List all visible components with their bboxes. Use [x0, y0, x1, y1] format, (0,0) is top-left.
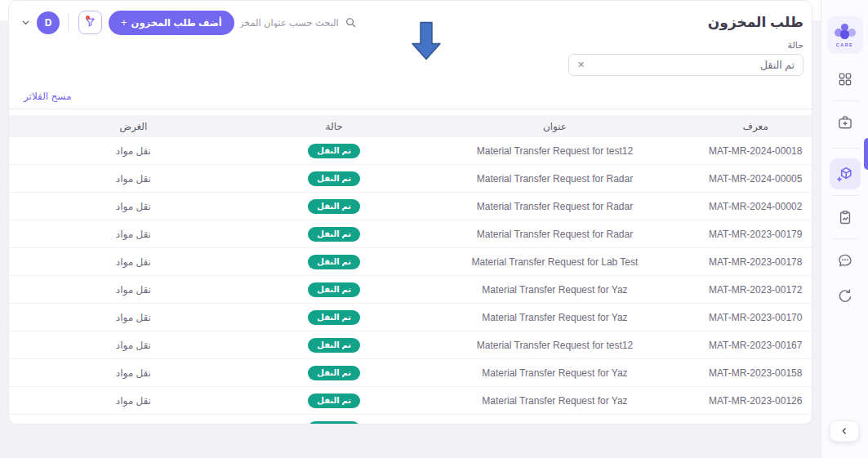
row-purpose-cell: نقل مواد	[9, 367, 258, 379]
table-row[interactable]: MAT-MR-2024-00005Material Transfer Reque…	[9, 165, 812, 193]
sidebar-separator	[832, 148, 858, 149]
chat-icon	[837, 252, 853, 269]
column-header-status: حالة	[258, 121, 411, 132]
status-badge: تم النقل	[308, 310, 360, 325]
table-row[interactable]: MAT-MR-2023-00170Material Transfer Reque…	[9, 304, 812, 331]
column-header-title: عنوان	[411, 121, 700, 132]
app-logo[interactable]: CARE	[827, 16, 863, 54]
row-title-cell: Material Transfer Request for test12	[411, 423, 700, 425]
row-title-cell: Material Transfer Request for test12	[411, 145, 700, 157]
add-inventory-request-button[interactable]: أضف طلب المخزون +	[109, 11, 234, 35]
row-status-cell: تم النقل	[258, 199, 411, 214]
row-status-cell: تم النقل	[258, 366, 411, 380]
status-badge: تم النقل	[308, 421, 360, 425]
table-row[interactable]: MAT-MR-2023-00178Material Transfer Reque…	[9, 248, 812, 276]
row-id-cell: MAT-MR-2023-00178	[699, 256, 812, 268]
user-avatar[interactable]: D	[37, 11, 60, 34]
status-badge: تم النقل	[308, 282, 360, 297]
row-id-cell: MAT-MR-2024-00018	[699, 145, 812, 157]
row-purpose-cell: نقل مواد	[9, 423, 258, 425]
row-title-cell: Material Transfer Request for Lab Test	[411, 256, 700, 268]
row-status-cell: تم النقل	[258, 282, 411, 297]
table-row[interactable]: MAT-MR-2023-00172Material Transfer Reque…	[9, 276, 812, 304]
row-purpose-cell: نقل مواد	[9, 340, 258, 351]
status-badge: تم النقل	[308, 366, 360, 380]
row-id-cell: MAT-MR-2023-00122	[699, 423, 812, 425]
active-item-indicator	[864, 138, 868, 170]
table-row[interactable]: MAT-MR-2023-00122Material Transfer Reque…	[9, 415, 812, 425]
search-icon	[345, 16, 357, 29]
row-id-cell: MAT-MR-2023-00179	[699, 229, 812, 240]
row-title-cell: Material Transfer Request for Yaz	[411, 395, 700, 407]
row-purpose-cell: نقل مواد	[9, 312, 258, 323]
card-header: طلب المخزون أضف طلب المخزون + D	[9, 1, 812, 37]
sidebar-separator	[832, 195, 858, 196]
package-plus-icon	[836, 166, 853, 183]
row-status-cell: تم النقل	[258, 227, 411, 242]
row-purpose-cell: نقل مواد	[9, 395, 258, 407]
row-purpose-cell: نقل مواد	[9, 145, 258, 157]
clear-filters-row: مسح الفلاتر	[9, 76, 812, 103]
row-id-cell: MAT-MR-2023-00172	[699, 284, 812, 296]
logo-text: CARE	[836, 42, 854, 47]
section-divider	[9, 109, 812, 109]
column-header-id: معرف	[699, 121, 812, 132]
sidebar-item-medical-case[interactable]	[830, 107, 861, 138]
row-purpose-cell: نقل مواد	[9, 256, 258, 268]
chevron-left-icon	[839, 426, 849, 436]
row-purpose-cell: نقل مواد	[9, 229, 258, 240]
row-title-cell: Material Transfer Request for Radar	[411, 173, 700, 185]
logo-flower-icon	[835, 24, 855, 40]
row-status-cell: تم النقل	[258, 421, 411, 425]
table-row[interactable]: MAT-MR-2024-00018Material Transfer Reque…	[9, 137, 812, 165]
add-button-label: أضف طلب المخزون	[131, 17, 222, 29]
sidebar-collapse-button[interactable]	[830, 420, 859, 442]
table-row[interactable]: MAT-MR-2023-00167Material Transfer Reque…	[9, 331, 812, 359]
filter-button[interactable]	[78, 11, 102, 34]
clipboard-report-icon	[837, 209, 853, 225]
sidebar-separator	[832, 100, 858, 101]
sidebar-item-sync[interactable]	[830, 281, 861, 312]
search-input[interactable]	[239, 18, 339, 28]
status-badge: تم النقل	[308, 171, 360, 186]
table-row[interactable]: MAT-MR-2024-00002Material Transfer Reque…	[9, 193, 812, 220]
status-badge: تم النقل	[308, 199, 360, 214]
sidebar-item-dashboard[interactable]	[830, 64, 861, 95]
clear-selection-icon[interactable]: ✕	[577, 60, 585, 69]
row-status-cell: تم النقل	[258, 394, 411, 408]
status-filter-select[interactable]: تم النقل ✕	[568, 54, 803, 76]
row-title-cell: Material Transfer Request for Yaz	[411, 312, 700, 323]
grid-dashboard-icon	[837, 71, 853, 87]
status-badge: تم النقل	[308, 144, 360, 158]
table-row[interactable]: MAT-MR-2023-00179Material Transfer Reque…	[9, 220, 812, 248]
row-purpose-cell: نقل مواد	[9, 284, 258, 296]
sidebar-item-chat[interactable]	[830, 245, 861, 276]
row-status-cell: تم النقل	[258, 144, 411, 158]
sidebar-separator	[832, 238, 858, 239]
filter-section: حالة تم النقل ✕	[9, 37, 812, 76]
row-title-cell: Material Transfer Request for Yaz	[411, 367, 700, 379]
row-id-cell: MAT-MR-2023-00167	[699, 340, 812, 351]
status-badge: تم النقل	[308, 338, 360, 353]
sidebar-item-reports[interactable]	[830, 202, 861, 233]
table-row[interactable]: MAT-MR-2023-00126Material Transfer Reque…	[9, 387, 812, 415]
row-title-cell: Material Transfer Request for test12	[411, 340, 700, 351]
chevron-down-icon[interactable]	[20, 17, 31, 28]
page-title: طلب المخزون	[708, 14, 803, 31]
medical-case-icon	[837, 114, 853, 131]
plus-icon: +	[121, 16, 127, 29]
sidebar-item-inventory-requests[interactable]	[830, 158, 861, 189]
status-filter-value: تم النقل	[760, 59, 795, 71]
row-status-cell: تم النقل	[258, 171, 411, 186]
status-badge: تم النقل	[308, 394, 360, 408]
row-purpose-cell: نقل مواد	[9, 201, 258, 212]
row-id-cell: MAT-MR-2023-00170	[699, 312, 812, 323]
row-status-cell: تم النقل	[258, 338, 411, 353]
row-status-cell: تم النقل	[258, 310, 411, 325]
search-box	[239, 16, 357, 29]
status-filter-label: حالة	[20, 40, 803, 51]
clear-filters-link[interactable]: مسح الفلاتر	[24, 91, 71, 102]
row-title-cell: Material Transfer Request for Radar	[411, 229, 700, 240]
row-title-cell: Material Transfer Request for Radar	[411, 201, 700, 212]
table-row[interactable]: MAT-MR-2023-00158Material Transfer Reque…	[9, 359, 812, 387]
